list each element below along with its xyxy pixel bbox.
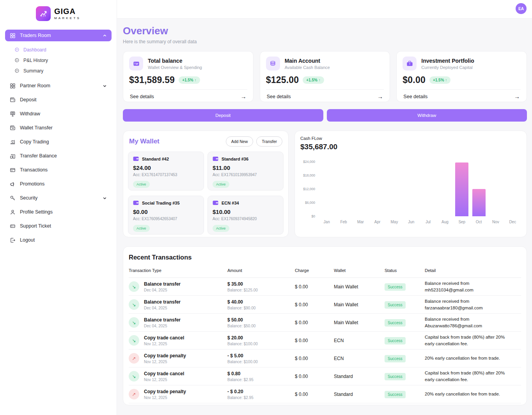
security-icon [10,195,16,201]
see-details-link[interactable]: See details→ [266,89,384,103]
transaction-date: Dec 04, 2025 [144,306,181,310]
transaction-amount: $ 40.00 [227,299,295,305]
sidebar-item-label: Wallet Transfer [20,125,53,131]
sidebar-item-wallet-transfer[interactable]: Wallet Transfer [5,121,112,134]
x-axis-label: Dec [504,220,521,224]
table-row[interactable]: ↘Copy trade cancelNov 12, 2025$ 0.80Bala… [129,367,521,385]
amount-cell: - $ 5.00Balance: $100.00 [227,353,295,364]
wallet-card-social-trading-35[interactable]: Social Trading #35$0.00Acc: EX1760954265… [128,196,204,235]
page-subtitle: Here is the summary of overall data [123,39,527,44]
add-new-button[interactable]: Add New [226,136,254,147]
cashflow-chart-panel: Cash FLow $35,687.00 $0$6,000$12,000$18,… [294,131,527,237]
avatar[interactable]: EA [516,3,527,14]
svg-text:$: $ [134,62,135,64]
sidebar-item-label: Partner Room [20,83,50,88]
sidebar-subitem-dashboard[interactable]: Dashboard [14,44,112,55]
sidebar-item-support-ticket[interactable]: Support Ticket [5,219,112,233]
table-row[interactable]: ↘Balance transferDec 04, 2025$ 40.00Bala… [129,296,521,314]
table-row[interactable]: ↘Copy trade cancelNov 12, 2025$ 20.00Bal… [129,332,521,350]
sidebar-subitem-label: Dashboard [23,47,46,53]
transaction-detail: Balance received from farzanaabrar180@gm… [425,298,521,311]
transaction-type: Balance transfer [144,299,181,305]
wallet-card-amount: $24.00 [133,164,199,171]
transaction-type: Balance transfer [144,281,181,287]
chart-bar-slot [504,162,521,216]
sidebar-item-profile-settings[interactable]: Profile Settings [5,205,112,219]
transaction-balance: Balance: $100.00 [227,342,295,346]
wallet-card-name-row: Standard #36 [213,156,278,161]
transaction-type: Balance transfer [144,317,181,323]
page-title: Overview [123,25,527,37]
table-row[interactable]: ↘Balance transferDec 04, 2025$ 50.00Bala… [129,314,521,332]
chart-bar-sep[interactable] [455,162,468,216]
sidebar-item-transactions[interactable]: Transactions [5,163,112,177]
main-content: Overview Here is the summary of overall … [117,19,532,415]
sidebar-item-withdraw[interactable]: Withdraw [5,107,112,120]
x-axis-label: Aug [436,220,453,224]
withdraw-button[interactable]: Withdraw [327,109,527,122]
transaction-charge: $ 0.00 [295,302,334,307]
see-details-label: See details [267,94,291,99]
chart-bar-slot [369,162,386,216]
chart-plot: $0$6,000$12,000$18,000$24,000 JanFebMarA… [300,162,521,224]
table-row[interactable]: ↗Copy trade penaltyNov 12, 2025- $ 5.00B… [129,350,521,367]
sidebar-subitem-summary[interactable]: Summary [14,65,112,76]
atm-icon [10,111,16,117]
y-axis-tick-label: $0 [312,214,315,218]
wallet-card-ecn-34[interactable]: ECN #34$10.00Acc: EX17609374945820Active [207,196,284,235]
column-header-detail: Detail [425,268,521,273]
stat-card-titles: Main AccountAvailable Cash Balance [285,58,330,70]
wallet-card-standard-36[interactable]: Standard #36$11.00Acc: EX17610139953947A… [207,152,284,191]
sidebar-item-label: Traders Room [20,33,51,38]
chevron-up-icon [103,34,107,38]
transfer-button[interactable]: Transfer [256,136,282,147]
stat-card-value-row: $125.00+1.5% ↑ [266,75,384,85]
table-row[interactable]: ↗Copy trade penaltyNov 12, 2025- $ 0.20B… [129,385,521,403]
wallet-card-name-row: Standard #42 [133,156,199,161]
sidebar-item-logout[interactable]: Logout [5,233,112,247]
see-details-label: See details [403,94,427,99]
card-icon: $ [129,57,143,71]
arrow-down-right-icon: ↘ [129,335,139,346]
wallet-card-name-row: Social Trading #35 [133,200,199,205]
status-badge: Success [385,283,406,291]
table-row[interactable]: ↘Balance transferDec 04, 2025$ 35.00Bala… [129,278,521,296]
column-header-wallet: Wallet [334,268,385,273]
status-badge: Success [385,355,406,362]
sidebar-item-promotions[interactable]: Promotions [5,177,112,191]
see-details-link[interactable]: See details→ [403,89,521,103]
transaction-wallet: Standard [334,374,385,379]
brand-logo-icon [36,6,51,21]
sidebar-item-partner-room[interactable]: Partner Room [5,79,112,92]
grid-icon [10,83,16,89]
transaction-balance: Balance: $2.95 [227,378,295,382]
wallet-card-standard-42[interactable]: Standard #42$24.00Acc: EX17614707137453A… [128,152,204,191]
sidebar-item-copy-trading[interactable]: Copy Trading [5,135,112,148]
sidebar-item-transfer-balance[interactable]: Transfer Balance [5,149,112,162]
x-axis-label: Nov [487,220,504,224]
chevron-down-icon [103,196,107,200]
sidebar-item-traders-room[interactable]: Traders Room [5,30,112,41]
status-cell: Success [385,283,425,291]
transaction-date: Dec 04, 2025 [144,288,181,292]
coins-icon [266,57,280,71]
column-header-charge: Charge [295,268,334,273]
stat-card-value: $0.00 [403,75,426,85]
wallet-title: My Wallet [129,138,160,145]
wallet-card-name: Standard #42 [142,157,169,161]
sidebar-subitem-p-l-history[interactable]: P&L History [14,55,112,65]
wallet-card-account: Acc: EX17609542653407 [133,217,199,221]
deposit-button[interactable]: Deposit [123,109,323,122]
sidebar-item-deposit[interactable]: Deposit [5,93,112,106]
chart-y-axis: $0$6,000$12,000$18,000$24,000 [300,162,318,216]
chart-bar-oct[interactable] [472,189,486,216]
status-badge: Success [385,301,406,309]
chart-bar-slot [352,162,369,216]
arrow-down-right-icon: ↘ [129,371,139,381]
see-details-link[interactable]: See details→ [129,89,247,103]
wallet-icon [133,156,139,161]
transaction-type-text: Copy trade cancelNov 12, 2025 [144,371,184,382]
sidebar-item-security[interactable]: Security [5,191,112,205]
stat-card-subtitle: Wallet Overview & Spending [148,65,202,70]
x-axis-label: Jun [403,220,420,224]
